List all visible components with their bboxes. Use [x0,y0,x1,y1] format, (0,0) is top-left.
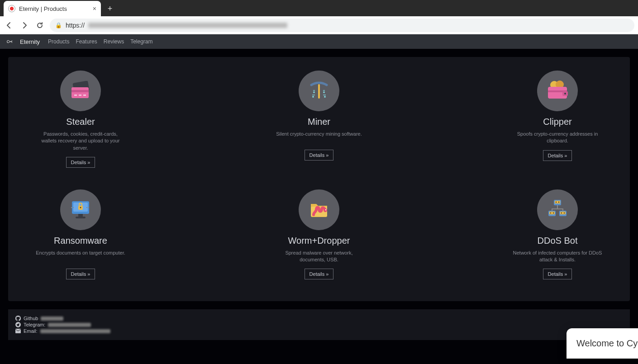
svg-rect-1 [71,87,89,98]
svg-point-7 [313,91,315,93]
details-button[interactable]: Details » [305,150,334,161]
product-desc: Encrypts documents on target computer. [36,250,125,263]
product-card-stealer: Stealer Passwords, cookies, credit-cards… [35,71,212,176]
svg-rect-3 [74,95,77,96]
product-grid: Stealer Passwords, cookies, credit-cards… [35,71,603,288]
page-background: Stealer Passwords, cookies, credit-cards… [0,49,638,364]
details-button[interactable]: Details » [305,269,334,279]
details-button[interactable]: Details » [543,269,572,279]
svg-point-22 [80,207,81,208]
product-desc: Spoofs crypto-currency addresses in clip… [512,131,603,145]
product-desc: Spread malware over network, documents, … [274,250,364,264]
svg-point-9 [312,96,314,98]
nav-link-products[interactable]: Products [48,38,69,45]
infinity-logo-icon [5,38,14,46]
footer: Github Telegram: Email: [8,309,630,340]
reload-button[interactable] [34,20,45,31]
product-desc: Silent crypto-currency mining software. [276,131,362,144]
github-icon [15,316,21,321]
telegram-icon [15,322,21,327]
footer-github-label: Github [24,316,38,321]
footer-email[interactable]: Email: [15,328,623,334]
svg-rect-20 [76,217,86,218]
product-title: DDoS Bot [538,236,578,246]
footer-telegram-label: Telegram: [24,322,45,327]
svg-rect-4 [79,95,81,96]
nav-link-features[interactable]: Features [76,38,97,45]
svg-point-8 [323,91,325,93]
tab-favicon [8,5,15,12]
product-title: Worm+Dropper [288,236,350,246]
wallet-icon [537,71,578,111]
footer-telegram[interactable]: Telegram: [15,322,623,327]
svg-rect-5 [83,95,86,96]
svg-point-32 [550,212,551,213]
product-title: Clipper [543,117,571,127]
svg-point-16 [564,93,566,95]
svg-point-36 [561,212,562,213]
product-desc: Passwords, cookies, credit-cards, wallet… [35,131,126,151]
svg-rect-2 [71,90,89,92]
nav-link-reviews[interactable]: Reviews [104,38,124,45]
tab-title: Eternity | Products [19,5,89,12]
product-card-ransomware: Ransomware Encrypts documents on target … [35,189,212,288]
product-desc: Network of infected computers for DDoS a… [512,250,603,264]
redacted-text [41,317,63,321]
pickaxe-icon [299,71,339,111]
product-title: Miner [308,117,330,127]
product-card-miner: Miner Silent crypto-currency mining soft… [230,71,407,176]
svg-point-29 [558,201,559,202]
svg-rect-19 [78,214,83,217]
details-button[interactable]: Details » [543,150,572,161]
product-card-ddos-bot: DDoS Bot Network of infected computers f… [426,189,603,288]
brand-label[interactable]: Eternity [20,38,40,45]
site-navbar: Eternity Products Features Reviews Teleg… [0,34,638,49]
product-title: Ransomware [54,236,107,246]
browser-tab-active[interactable]: Eternity | Products × [4,1,101,16]
locked-monitor-icon [60,189,101,230]
botnet-icon [537,189,578,230]
svg-point-33 [553,212,554,213]
details-button[interactable]: Details » [66,157,95,168]
welcome-popup[interactable]: Welcome to Cy [567,328,638,359]
email-icon [15,329,21,333]
nav-link-telegram[interactable]: Telegram [130,38,152,45]
svg-point-10 [324,96,326,98]
svg-point-28 [556,201,557,202]
url-prefix-text: https:// [66,22,85,29]
product-title: Stealer [66,117,95,127]
worm-folder-icon [299,189,339,230]
redacted-text [48,323,91,327]
new-tab-button[interactable]: + [104,2,116,15]
footer-email-label: Email: [24,328,38,334]
svg-point-25 [325,209,326,210]
credit-card-icon [60,71,101,111]
svg-point-37 [564,212,565,213]
url-input[interactable]: 🔒 https:// [50,19,634,32]
tab-close-icon[interactable]: × [93,5,96,12]
product-card-clipper: Clipper Spoofs crypto-currency addresses… [426,71,603,176]
browser-address-bar: 🔒 https:// [0,16,638,34]
product-card-worm-dropper: Worm+Dropper Spread malware over network… [230,189,407,288]
svg-rect-6 [318,84,320,99]
footer-github[interactable]: Github [15,316,623,321]
svg-point-24 [324,208,327,212]
url-redacted [88,23,287,28]
back-button[interactable] [4,20,14,31]
redacted-text [40,329,110,333]
forward-button[interactable] [19,20,30,31]
lock-icon: 🔒 [55,22,62,28]
browser-tab-bar: Eternity | Products × + [0,0,638,16]
welcome-text: Welcome to Cy [576,338,638,348]
products-panel: Stealer Passwords, cookies, credit-cards… [8,57,630,301]
details-button[interactable]: Details » [66,269,95,279]
